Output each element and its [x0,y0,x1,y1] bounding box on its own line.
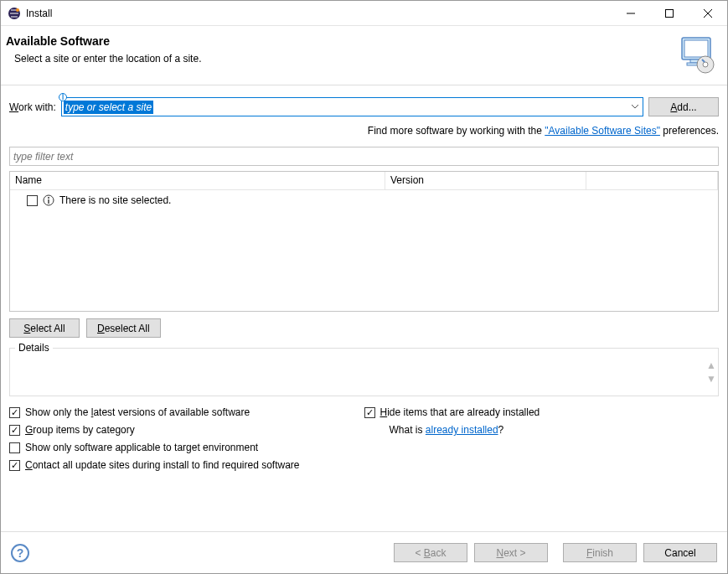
page-subtitle: Select a site or enter the location of a… [6,53,677,65]
opt-group-by-category[interactable]: Group items by category [9,424,364,436]
row-checkbox[interactable] [27,195,38,206]
window-title: Install [26,8,612,19]
checkbox[interactable] [9,407,20,418]
checkbox[interactable] [9,460,20,471]
svg-rect-7 [684,40,708,57]
work-with-combo[interactable]: i type or select a site [61,97,643,116]
add-site-button[interactable]: Add... [648,97,719,116]
back-button: < Back [394,543,467,562]
checkbox[interactable] [9,442,20,453]
close-button[interactable] [689,1,727,25]
already-installed-link[interactable]: already installed [426,424,498,436]
minimize-button[interactable] [612,1,650,25]
work-with-label: Work with: [9,101,56,113]
details-label: Details [15,342,53,354]
find-more-text: Find more software by working with the "… [9,125,719,137]
opt-latest-versions[interactable]: Show only the latest versions of availab… [9,406,364,418]
wizard-footer: ? < Back Next > Finish Cancel [1,531,727,573]
filter-input[interactable] [9,147,719,166]
checkbox[interactable] [364,407,375,418]
title-bar: Install [1,1,727,26]
row-message: There is no site selected. [59,194,171,206]
maximize-button[interactable] [650,1,689,25]
wizard-header: Available Software Select a site or ente… [1,26,727,85]
opt-target-environment[interactable]: Show only software applicable to target … [9,442,364,453]
svg-text:i: i [61,93,64,101]
software-table: Name Version There is no site selected. [9,171,719,312]
table-row[interactable]: There is no site selected. [15,194,713,207]
finish-button: Finish [563,543,637,562]
what-is-installed-text: What is already installed? [364,424,720,436]
svg-point-11 [703,62,708,67]
next-button: Next > [474,543,548,562]
page-title: Available Software [6,34,677,48]
svg-point-1 [16,8,19,12]
chevron-down-icon[interactable] [627,98,643,116]
help-icon[interactable]: ? [11,544,29,562]
column-spacer [586,172,718,189]
opt-hide-installed[interactable]: Hide items that are already installed [364,406,720,418]
available-sites-link[interactable]: "Available Software Sites" [545,125,660,137]
svg-rect-3 [666,9,674,17]
install-wizard-icon [677,34,717,75]
details-scroll-indicator[interactable]: ▲▼ [706,359,716,385]
field-info-icon: i [59,93,67,101]
opt-contact-update-sites[interactable]: Contact all update sites during install … [9,459,364,471]
svg-rect-16 [48,199,49,204]
work-with-value: type or select a site [64,101,153,114]
column-version[interactable]: Version [385,172,586,189]
checkbox[interactable] [9,425,20,436]
column-name[interactable]: Name [10,172,385,189]
select-all-button[interactable]: Select All [9,318,80,338]
deselect-all-button[interactable]: Deselect All [86,318,161,338]
info-icon [43,194,54,206]
cancel-button[interactable]: Cancel [643,543,717,562]
eclipse-icon [8,7,21,20]
details-group: Details ▲▼ [9,348,719,396]
svg-point-15 [48,197,49,199]
